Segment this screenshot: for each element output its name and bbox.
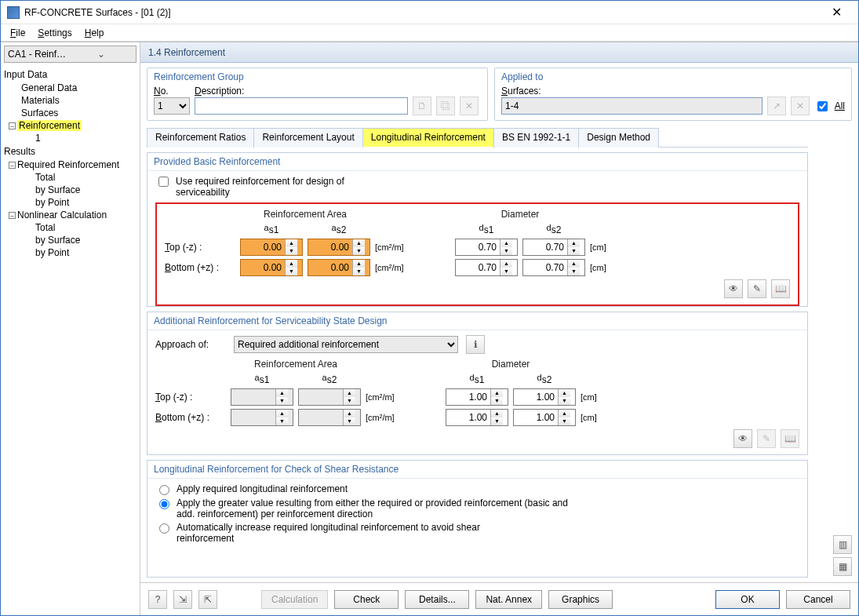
check-button[interactable]: Check <box>334 590 399 609</box>
tab-ratios[interactable]: Reinforcement Ratios <box>147 128 254 148</box>
a-bot-ds1-input[interactable]: ▲▼ <box>446 409 508 426</box>
desc-label: Description: <box>195 86 244 97</box>
tabs: Reinforcement Ratios Reinforcement Layou… <box>147 127 808 148</box>
collapse-icon[interactable]: – <box>9 162 16 169</box>
tree-surfaces[interactable]: Surfaces <box>1 107 140 119</box>
edit-icon[interactable]: ✎ <box>748 279 766 298</box>
additional-title: Additional Reinforcement for Serviceabil… <box>147 312 807 330</box>
tree-reinforcement-label: Reinforcement <box>17 120 82 131</box>
tree-reinforcement-1[interactable]: 1 <box>1 132 140 144</box>
bot-ds1-input[interactable]: ▲▼ <box>455 259 518 276</box>
menu-settings[interactable]: Settings <box>33 26 76 40</box>
at-inputs: ↗ ✕ All <box>501 97 845 115</box>
provided-title: Provided Basic Reinforcement <box>147 153 807 171</box>
help-icon[interactable]: ? <box>148 590 167 609</box>
copy-icon[interactable]: ⿻ <box>436 97 455 115</box>
tree-rr-by-surface[interactable]: by Surface <box>1 184 140 196</box>
footer: ? ⇲ ⇱ Calculation Check Details... Nat. … <box>140 582 858 615</box>
info-icon[interactable]: ℹ <box>466 335 485 354</box>
a-top-ds2-input[interactable]: ▲▼ <box>513 388 576 406</box>
new-icon[interactable]: 🗋 <box>413 97 431 115</box>
additional-grid: Reinforcement Area Diameter as1 as2 ds1 … <box>155 359 799 426</box>
pick-icon[interactable]: ↗ <box>767 97 786 115</box>
bot-as1-input[interactable]: ▲▼ <box>240 259 303 276</box>
a-diameter-header: Diameter <box>446 359 576 370</box>
ds1-label: ds1 <box>455 223 518 235</box>
menu-help[interactable]: Help <box>80 26 109 40</box>
main-content: Reinforcement Group No. Description: 1 🗋… <box>140 63 858 582</box>
additional-btns: 👁 ✎ 📖 <box>155 429 799 448</box>
bot-ds2-input[interactable]: ▲▼ <box>522 259 585 276</box>
page-title: 1.4 Reinforcement <box>140 42 858 63</box>
a-top-as1-input: ▲▼ <box>231 388 293 406</box>
tree-general-data[interactable]: General Data <box>1 82 140 94</box>
content-left: Reinforcement Ratios Reinforcement Layou… <box>147 126 808 578</box>
top-as1-input[interactable]: ▲▼ <box>240 239 303 256</box>
delete-icon[interactable]: ✕ <box>460 97 479 115</box>
tab-bs[interactable]: BS EN 1992-1-1 <box>493 128 579 148</box>
details-button[interactable]: Details... <box>405 590 469 609</box>
tab-design-method[interactable]: Design Method <box>578 128 659 148</box>
provided-fieldset: Provided Basic Reinforcement Use require… <box>147 152 808 307</box>
calculation-button: Calculation <box>261 590 328 609</box>
graphics-button[interactable]: Graphics <box>548 590 613 609</box>
tree-nl-by-point[interactable]: by Point <box>1 246 140 259</box>
top-ds1-input[interactable]: ▲▼ <box>455 239 518 256</box>
tab-layout[interactable]: Reinforcement Layout <box>253 128 362 148</box>
tree-nl-total[interactable]: Total <box>1 221 140 234</box>
a-bot-ds2-input[interactable]: ▲▼ <box>513 409 576 426</box>
a-top-label: Top (-z) : <box>155 392 226 403</box>
import-icon[interactable]: ⇱ <box>198 590 217 609</box>
use-required-input[interactable] <box>158 177 169 187</box>
close-icon[interactable]: ✕ <box>821 5 852 20</box>
view3d-icon[interactable]: ▥ <box>833 535 852 554</box>
export-icon[interactable]: ⇲ <box>173 590 192 609</box>
no-label: No. <box>154 86 190 97</box>
top-groups: Reinforcement Group No. Description: 1 🗋… <box>147 67 852 121</box>
shear-opt3[interactable]: Automatically increase required longitud… <box>155 522 799 544</box>
surfaces-label: Surfaces: <box>501 86 845 97</box>
unit-d2: [cm] <box>590 263 621 272</box>
top-as2-input[interactable]: ▲▼ <box>308 239 370 256</box>
nat-annex-button[interactable]: Nat. Annex <box>475 590 542 609</box>
ok-button[interactable]: OK <box>715 590 780 609</box>
approach-select[interactable]: Required additional reinforcement <box>234 336 458 353</box>
tree-required-reinforcement[interactable]: – Required Reinforcement <box>1 159 140 171</box>
clear-icon[interactable]: ✕ <box>791 97 810 115</box>
eye-icon[interactable]: 👁 <box>733 429 752 448</box>
no-select[interactable]: 1 <box>154 97 190 115</box>
tree-materials[interactable]: Materials <box>1 94 140 107</box>
tree-results[interactable]: Results <box>1 144 140 159</box>
collapse-icon[interactable]: – <box>9 212 16 219</box>
cancel-button[interactable]: Cancel <box>786 590 850 609</box>
tree-rr-total[interactable]: Total <box>1 171 140 184</box>
provided-grid: Reinforcement Area Diameter as1 as2 ds1 <box>165 209 790 276</box>
collapse-icon[interactable]: – <box>9 122 16 129</box>
shear-opt1[interactable]: Apply required longitudinal reinforcemen… <box>155 483 799 495</box>
library-icon[interactable]: 📖 <box>771 279 790 298</box>
tree-rr-by-point[interactable]: by Point <box>1 196 140 209</box>
use-required-label: Use required reinforcement for design of… <box>176 176 380 198</box>
all-check-input[interactable] <box>817 101 828 111</box>
all-checkbox[interactable]: All <box>814 99 845 114</box>
right-icon-column: ▥ ▦ <box>814 126 852 578</box>
approach-label: Approach of: <box>155 339 226 350</box>
tree-nl-by-surface[interactable]: by Surface <box>1 234 140 246</box>
surfaces-input[interactable] <box>501 97 763 115</box>
tab-longitudinal[interactable]: Longitudinal Reinforcement <box>362 128 494 148</box>
a-top-ds1-input[interactable]: ▲▼ <box>446 388 508 406</box>
eye-icon[interactable]: 👁 <box>724 279 743 298</box>
tree-input-data[interactable]: Input Data <box>1 67 140 82</box>
case-selector[interactable]: CA1 - Reinforced concrete design ⌄ <box>4 46 136 63</box>
description-input[interactable] <box>195 97 408 115</box>
use-required-checkbox[interactable]: Use required reinforcement for design of… <box>155 176 799 198</box>
shear-opt2[interactable]: Apply the greater value resulting from e… <box>155 498 799 519</box>
unit-area2: [cm²/m] <box>375 263 422 272</box>
additional-fieldset: Additional Reinforcement for Serviceabil… <box>147 312 808 455</box>
top-ds2-input[interactable]: ▲▼ <box>522 239 585 256</box>
view3d2-icon[interactable]: ▦ <box>833 557 852 576</box>
tree-nonlinear[interactable]: – Nonlinear Calculation <box>1 209 140 221</box>
menu-file[interactable]: File <box>5 26 30 40</box>
bot-as2-input[interactable]: ▲▼ <box>308 259 370 276</box>
tree-reinforcement[interactable]: – Reinforcement <box>1 119 140 132</box>
